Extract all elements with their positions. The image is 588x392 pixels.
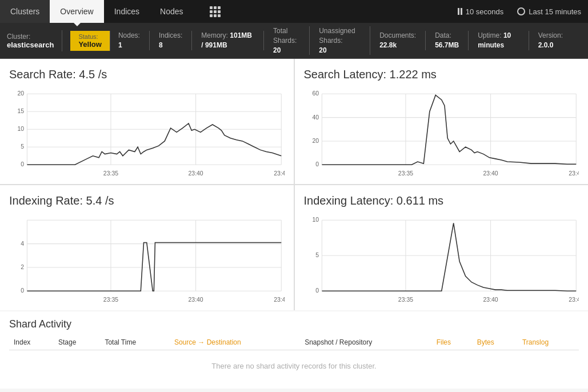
col-index: Index (9, 335, 54, 350)
svg-text:20: 20 (18, 91, 25, 97)
search-rate-panel: Search Rate: 4.5 /s 0 5 10 15 20 (0, 59, 294, 184)
search-latency-title: Search Latency: 1.222 ms (304, 68, 579, 81)
col-bytes: Bytes (473, 335, 518, 350)
svg-text:2: 2 (21, 264, 24, 270)
svg-text:5: 5 (21, 144, 24, 150)
svg-text:4: 4 (21, 241, 24, 247)
svg-text:0: 0 (315, 162, 319, 168)
shard-activity-section: Shard Activity Index Stage Total Time So… (0, 311, 588, 389)
nodes-stat: Nodes: 1 (118, 31, 150, 50)
charts-grid: Search Rate: 4.5 /s 0 5 10 15 20 (0, 59, 588, 310)
indexing-rate-chart: 0 2 4 23:35 23:40 23:45 (9, 214, 285, 306)
memory-stat: Memory: 101MB / 991MB (201, 31, 264, 50)
indices-stat: Indices: 8 (159, 31, 192, 50)
svg-text:0: 0 (315, 288, 319, 294)
svg-text:23:40: 23:40 (483, 297, 498, 303)
col-translog: Translog (518, 335, 579, 350)
indexing-latency-panel: Indexing Latency: 0.611 ms 0 5 10 23:35 … (295, 185, 589, 310)
indexing-rate-panel: Indexing Rate: 5.4 /s 0 2 4 23:35 23:40 … (0, 185, 294, 310)
col-snapshot: Snapshot / Repository (300, 335, 432, 350)
search-latency-svg: 0 20 40 60 23:35 23:40 23:45 (304, 88, 579, 179)
svg-text:23:40: 23:40 (189, 170, 203, 177)
indexing-rate-title: Indexing Rate: 5.4 /s (9, 194, 285, 207)
shard-activity-title: Shard Activity (9, 318, 579, 330)
svg-text:23:45: 23:45 (274, 297, 284, 303)
search-latency-chart: 0 20 40 60 23:35 23:40 23:45 (304, 88, 579, 179)
svg-text:60: 60 (312, 91, 319, 97)
nav-indices[interactable]: Indices (104, 0, 150, 23)
refresh-interval[interactable]: 10 seconds (451, 7, 511, 16)
svg-text:23:35: 23:35 (398, 170, 413, 177)
empty-row: There are no shard activity records for … (9, 350, 579, 382)
svg-text:5: 5 (315, 253, 319, 259)
search-rate-title: Search Rate: 4.5 /s (9, 68, 285, 81)
search-rate-svg: 0 5 10 15 20 23:35 23:40 23:45 (9, 88, 285, 179)
svg-text:23:35: 23:35 (103, 170, 118, 177)
nav-clusters[interactable]: Clusters (0, 0, 50, 23)
status-badge: Status: Yellow (70, 31, 110, 51)
time-range[interactable]: Last 15 minutes (510, 7, 588, 16)
svg-text:23:40: 23:40 (483, 170, 498, 177)
col-source-dest: Source → Destination (170, 335, 300, 350)
indexing-latency-svg: 0 5 10 23:35 23:40 23:45 (304, 214, 579, 306)
top-navigation: Clusters Overview Indices Nodes 10 secon… (0, 0, 588, 23)
indexing-rate-svg: 0 2 4 23:35 23:40 23:45 (9, 214, 285, 306)
svg-text:0: 0 (21, 288, 24, 294)
grid-icon (210, 6, 221, 17)
empty-message: There are no shard activity records for … (9, 350, 579, 382)
search-rate-chart: 0 5 10 15 20 23:35 23:40 23:45 (9, 88, 285, 179)
svg-text:10: 10 (18, 126, 25, 133)
svg-text:23:35: 23:35 (398, 297, 413, 303)
col-total-time: Total Time (100, 335, 170, 350)
svg-text:23:40: 23:40 (189, 297, 203, 303)
version-stat: Version: 2.0.0 (538, 31, 572, 50)
nav-grid[interactable] (194, 0, 237, 23)
shard-activity-table: Index Stage Total Time Source → Destinat… (9, 335, 579, 382)
data-stat: Data: 56.7MB (435, 31, 469, 50)
svg-text:40: 40 (312, 114, 319, 121)
nav-nodes[interactable]: Nodes (150, 0, 193, 23)
svg-text:23:35: 23:35 (103, 297, 118, 303)
status-bar: Cluster: elasticsearch Status: Yellow No… (0, 23, 588, 59)
svg-text:0: 0 (21, 162, 24, 168)
nav-right-controls: 10 seconds Last 15 minutes (451, 0, 588, 23)
clock-icon (517, 7, 525, 15)
svg-text:20: 20 (312, 138, 319, 144)
pause-icon (458, 8, 462, 15)
col-stage: Stage (54, 335, 100, 350)
unassigned-shards-stat: Unassigned Shards: 20 (319, 26, 370, 55)
cluster-name-block: Cluster: elasticsearch (7, 30, 62, 51)
documents-stat: Documents: 22.8k (379, 31, 426, 50)
svg-text:23:45: 23:45 (274, 170, 284, 177)
indexing-latency-title: Indexing Latency: 0.611 ms (304, 194, 579, 207)
indexing-latency-chart: 0 5 10 23:35 23:40 23:45 (304, 214, 579, 306)
nav-overview[interactable]: Overview (50, 0, 103, 23)
search-latency-panel: Search Latency: 1.222 ms 0 20 40 60 23:3… (295, 59, 589, 184)
svg-text:23:45: 23:45 (569, 297, 579, 303)
col-files: Files (432, 335, 473, 350)
svg-text:15: 15 (18, 109, 25, 115)
svg-text:10: 10 (312, 217, 319, 223)
total-shards-stat: Total Shards: 20 (273, 26, 310, 55)
svg-text:23:45: 23:45 (569, 170, 579, 177)
uptime-stat: Uptime: 10 minutes (478, 31, 529, 50)
